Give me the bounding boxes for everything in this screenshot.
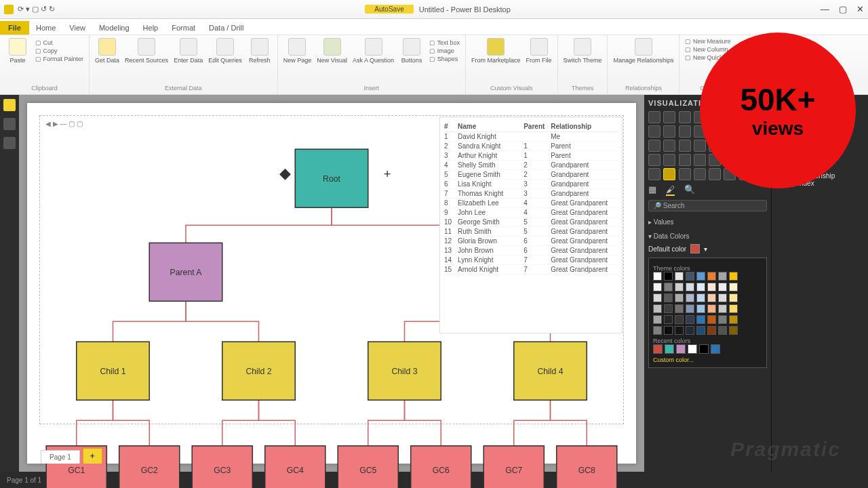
color-swatch[interactable]: [675, 326, 684, 335]
from-file-button[interactable]: From File: [526, 38, 552, 64]
ribbon-tab[interactable]: Help: [136, 21, 165, 35]
viz-type-icon[interactable]: [648, 168, 660, 180]
viz-type-icon[interactable]: [679, 111, 691, 123]
default-color-swatch[interactable]: [690, 244, 700, 253]
color-swatch[interactable]: [729, 304, 738, 313]
color-swatch[interactable]: [675, 283, 684, 291]
color-swatch[interactable]: [686, 326, 694, 335]
color-swatch[interactable]: [686, 315, 694, 324]
table-row[interactable]: 13John Brown6Great Grandparent: [444, 246, 618, 256]
ribbon-tab[interactable]: Modeling: [92, 21, 136, 35]
color-swatch[interactable]: [718, 272, 727, 281]
ribbon-tab[interactable]: Home: [29, 21, 62, 35]
marketplace-button[interactable]: From Marketplace: [471, 38, 521, 64]
color-swatch[interactable]: [707, 304, 716, 313]
color-swatch[interactable]: [686, 272, 694, 281]
page-tab[interactable]: Page 1: [41, 450, 80, 464]
table-row[interactable]: 12Gloria Brown6Great Grandparent: [444, 237, 618, 246]
color-swatch[interactable]: [729, 272, 738, 281]
table-row[interactable]: 14Lynn Knight7Great Grandparent: [444, 256, 618, 265]
color-swatch[interactable]: [718, 283, 727, 291]
paste-button[interactable]: Paste: [5, 38, 30, 64]
color-swatch[interactable]: [664, 304, 673, 313]
new-visual-button[interactable]: New Visual: [317, 38, 347, 64]
table-visual[interactable]: #NameParentRelationship1David KnightMe2S…: [439, 117, 623, 333]
enter-data-button[interactable]: Enter Data: [174, 38, 203, 64]
color-swatch[interactable]: [729, 315, 738, 324]
table-row[interactable]: 6Lisa Knight3Grandparent: [444, 180, 618, 189]
recent-sources-button[interactable]: Recent Sources: [125, 38, 168, 64]
table-row[interactable]: 1David KnightMe: [444, 132, 618, 142]
color-swatch[interactable]: [653, 272, 662, 281]
report-canvas[interactable]: ◀ ▶ — ▢ ▢⤢ ⋯ RootParent AParent BChild 1…: [27, 103, 636, 464]
table-row[interactable]: 4Shelly Smith2Grandparent: [444, 161, 618, 170]
analytics-tab-icon[interactable]: 🔍: [684, 184, 695, 196]
viz-type-icon[interactable]: [663, 168, 675, 180]
color-swatch[interactable]: [675, 304, 684, 313]
table-row[interactable]: 2Sandra Knight1Parent: [444, 142, 618, 151]
window-close-button[interactable]: ✕: [856, 4, 864, 14]
color-swatch[interactable]: [653, 293, 662, 302]
color-swatch[interactable]: [686, 293, 694, 302]
fields-tab-icon[interactable]: ▦: [648, 184, 656, 196]
viz-type-icon[interactable]: [694, 140, 706, 152]
format-search-input[interactable]: 🔎 Search: [648, 200, 767, 211]
get-data-button[interactable]: Get Data: [95, 38, 119, 64]
color-swatch[interactable]: [718, 304, 727, 313]
viz-type-icon[interactable]: [663, 154, 675, 166]
buttons-button[interactable]: Buttons: [399, 38, 424, 64]
ribbon-tab[interactable]: Data / Drill: [202, 21, 250, 35]
color-swatch[interactable]: [711, 344, 720, 354]
add-page-button[interactable]: +: [83, 448, 102, 464]
color-swatch[interactable]: [653, 304, 662, 313]
color-swatch[interactable]: [653, 315, 662, 324]
table-row[interactable]: 11Ruth Smith5Great Grandparent: [444, 227, 618, 237]
color-swatch[interactable]: [675, 293, 684, 302]
viz-type-icon[interactable]: [648, 154, 660, 166]
color-swatch[interactable]: [707, 293, 716, 302]
edit-queries-button[interactable]: Edit Queries: [208, 38, 242, 64]
viz-type-icon[interactable]: [663, 125, 675, 138]
color-swatch[interactable]: [676, 344, 686, 354]
data-colors-section[interactable]: ▾ Data Colors: [648, 232, 767, 240]
ribbon-tab[interactable]: View: [62, 21, 92, 35]
color-swatch[interactable]: [696, 272, 705, 281]
new-page-button[interactable]: New Page: [283, 38, 312, 64]
color-picker-popup[interactable]: Theme colors Recent colors Custom color.…: [648, 258, 767, 368]
viz-type-icon[interactable]: [694, 154, 706, 166]
color-swatch[interactable]: [664, 272, 673, 281]
format-tab-icon[interactable]: 🖌: [666, 184, 675, 196]
table-row[interactable]: 7Thomas Knight3Grandparent: [444, 189, 618, 199]
table-row[interactable]: 5Eugene Smith2Grandparent: [444, 170, 618, 180]
manage-relationships-button[interactable]: Manage Relationships: [613, 38, 673, 64]
custom-color-link[interactable]: Custom color...: [653, 357, 762, 363]
viz-type-icon[interactable]: [679, 125, 691, 138]
color-swatch[interactable]: [696, 293, 705, 302]
viz-type-icon[interactable]: [679, 168, 691, 180]
color-swatch[interactable]: [707, 283, 716, 291]
viz-type-icon[interactable]: [648, 140, 660, 152]
viz-type-icon[interactable]: [663, 111, 675, 123]
ask-question-button[interactable]: Ask A Question: [353, 38, 394, 64]
insert-mini[interactable]: Text box Image Shapes: [429, 39, 460, 62]
table-row[interactable]: 9John Lee4Great Grandparent: [444, 208, 618, 218]
color-swatch[interactable]: [664, 326, 673, 335]
color-swatch[interactable]: [653, 283, 662, 291]
file-tab[interactable]: File: [0, 21, 29, 35]
viz-type-icon[interactable]: [663, 140, 675, 152]
table-row[interactable]: 10George Smith5Great Grandparent: [444, 218, 618, 227]
color-swatch[interactable]: [664, 315, 673, 324]
color-swatch[interactable]: [665, 344, 674, 354]
color-swatch[interactable]: [729, 283, 738, 291]
color-swatch[interactable]: [729, 293, 738, 302]
color-swatch[interactable]: [718, 326, 727, 335]
viz-type-icon[interactable]: [694, 168, 706, 180]
viz-type-icon[interactable]: [679, 140, 691, 152]
color-swatch[interactable]: [699, 344, 709, 354]
model-view-button[interactable]: [3, 137, 16, 149]
table-row[interactable]: 3Arthur Knight1Parent: [444, 151, 618, 161]
color-swatch[interactable]: [696, 304, 705, 313]
color-swatch[interactable]: [686, 283, 694, 291]
color-swatch[interactable]: [707, 315, 716, 324]
color-swatch[interactable]: [653, 344, 663, 354]
